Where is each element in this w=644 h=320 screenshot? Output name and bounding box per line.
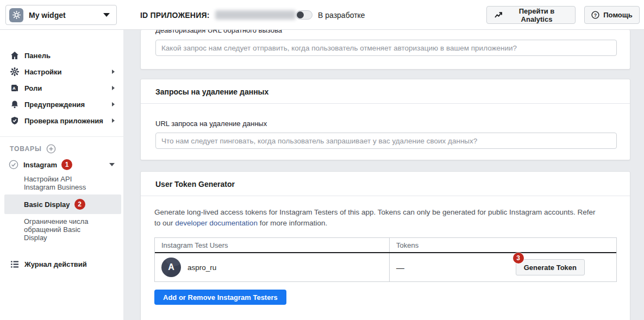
card-divider [141, 103, 630, 104]
sidebar: Панель Настройки [0, 30, 123, 320]
sidebar-item-label: Панель [24, 52, 115, 60]
products-label: ТОВАРЫ [10, 145, 42, 153]
toggle-knob [297, 11, 304, 18]
sidebar-item-label: Проверка приложения [24, 117, 112, 125]
app-switcher-label: My widget [29, 11, 103, 20]
sidebar-item-label: Роли [24, 84, 112, 92]
main-content: Деавторизация URL обратного вызова Запро… [123, 30, 644, 320]
table-row: A aspro_ru — Generate Token 3 [155, 253, 616, 281]
description-text: for more information. [258, 219, 327, 227]
activity-log-label: Журнал действий [24, 260, 87, 268]
sidebar-item-alerts[interactable]: Предупреждения [0, 96, 123, 112]
developer-documentation-link[interactable]: developer documentation [175, 219, 258, 227]
gear-icon [10, 67, 19, 77]
token-cell: — Generate Token 3 [389, 253, 616, 281]
sidebar-item-rate-limit-basic-display[interactable]: Ограничение числа обращений Basic Displa… [0, 215, 109, 244]
chevron-down-icon [103, 13, 110, 17]
sidebar-item-label: Предупреждения [24, 101, 112, 109]
svg-text:?: ? [594, 12, 597, 18]
card-title: Запросы на удаление данных [141, 79, 630, 103]
chevron-right-icon [112, 118, 115, 123]
sidebar-nav: Панель Настройки [0, 30, 123, 129]
avatar: A [161, 258, 181, 277]
sidebar-item-dashboard[interactable]: Панель [0, 47, 123, 64]
page: My widget ID ПРИЛОЖЕНИЯ: В разработке Пе… [0, 0, 644, 320]
step-badge-1: 1 [61, 159, 72, 170]
home-icon [10, 51, 19, 60]
sidebar-item-roles[interactable]: A Роли [0, 80, 123, 96]
deletion-url-label: URL запроса на удаление данных [155, 120, 267, 128]
generate-token-wrap: Generate Token 3 [516, 259, 585, 275]
card-data-deletion: Запросы на удаление данных URL запроса н… [140, 79, 630, 160]
card-user-token-generator: User Token Generator Generate long-lived… [140, 171, 630, 320]
product-label: Instagram [23, 161, 57, 169]
column-header-tokens: Tokens [389, 238, 616, 252]
chevron-right-icon [112, 86, 115, 90]
app-id-redacted [215, 10, 296, 20]
go-to-analytics-button[interactable]: Перейти в Analytics [486, 6, 576, 24]
sidebar-item-basic-display[interactable]: Basic Display 2 [4, 194, 121, 214]
token-generator-description: Generate long-lived access tokens for In… [141, 196, 614, 229]
dev-mode-toggle[interactable] [296, 10, 312, 20]
products-header: ТОВАРЫ [0, 137, 123, 154]
token-value: — [396, 263, 404, 272]
testers-table: Instagram Test Users Tokens A aspro_ru —… [154, 237, 617, 282]
deauth-url-input[interactable] [155, 40, 617, 56]
username: aspro_ru [187, 263, 216, 272]
sidebar-item-settings[interactable]: Настройки [0, 64, 123, 80]
basic-display-label: Basic Display [24, 200, 70, 209]
sidebar-item-instagram-api-settings[interactable]: Настройки API Instagram Business [0, 173, 109, 193]
table-header-row: Instagram Test Users Tokens [155, 238, 616, 253]
help-label: Помощь [603, 11, 632, 19]
column-header-users: Instagram Test Users [155, 238, 389, 252]
step-badge-2: 2 [74, 199, 85, 210]
app-switcher-dropdown[interactable]: My widget [5, 5, 117, 25]
trending-up-icon [495, 12, 502, 18]
generate-token-button[interactable]: Generate Token [516, 259, 585, 275]
roles-card-icon: A [10, 84, 19, 93]
chevron-right-icon [112, 102, 115, 106]
bell-icon [10, 100, 19, 109]
go-to-analytics-label: Перейти в Analytics [506, 7, 567, 23]
sidebar-item-label: Настройки [24, 68, 112, 76]
sidebar-item-activity-log[interactable]: Журнал действий [0, 256, 123, 272]
app-id-block: ID ПРИЛОЖЕНИЯ: [140, 0, 296, 30]
svg-text:A: A [12, 86, 16, 91]
dev-mode-label: В разработке [318, 11, 365, 20]
app-id-label: ID ПРИЛОЖЕНИЯ: [140, 11, 210, 20]
help-button[interactable]: ? Помощь [584, 6, 640, 24]
chevron-right-icon [112, 70, 115, 74]
sidebar-item-app-review[interactable]: Проверка приложения [0, 112, 123, 129]
user-cell: A aspro_ru [155, 253, 389, 281]
question-circle-icon: ? [591, 11, 599, 19]
sidebar-item-instagram[interactable]: Instagram 1 [0, 156, 123, 173]
chevron-down-icon [109, 163, 115, 166]
card-deauthorize-callback: Деавторизация URL обратного вызова [140, 30, 630, 70]
add-remove-testers-button[interactable]: Add or Remove Instagram Testers [154, 290, 286, 305]
list-icon [10, 260, 19, 269]
app-icon [9, 8, 23, 22]
add-product-icon[interactable] [46, 144, 56, 154]
check-circle-icon [9, 160, 18, 170]
card-title: User Token Generator [141, 172, 630, 196]
deauth-url-label: Деавторизация URL обратного вызова [155, 30, 282, 34]
shield-check-icon [10, 116, 19, 126]
step-badge-3: 3 [513, 253, 524, 263]
deletion-url-input[interactable] [155, 133, 617, 149]
dev-mode-block: В разработке [296, 0, 365, 30]
app-header: My widget ID ПРИЛОЖЕНИЯ: В разработке Пе… [0, 0, 644, 30]
